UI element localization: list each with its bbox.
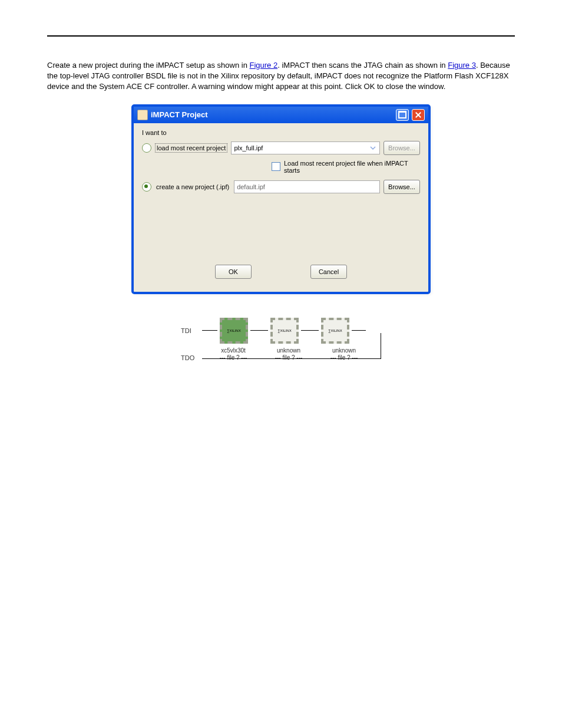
browse-recent-button[interactable]: Browse... — [384, 141, 420, 155]
wire — [202, 358, 381, 359]
chip-0-label: xc5vlx30t --- file ? --- — [206, 347, 261, 361]
checkbox-load-on-start[interactable] — [272, 162, 280, 171]
label-load-on-start: Load most recent project file when iMPAC… — [284, 160, 420, 174]
row-load-recent: load most recent project plx_full.ipf Br… — [142, 141, 420, 155]
wire — [301, 330, 319, 331]
row-load-on-start: Load most recent project file when iMPAC… — [272, 160, 420, 174]
maximize-button[interactable] — [396, 109, 409, 121]
wire — [202, 330, 217, 331]
row-create-new: create a new project (.ipf) default.ipf … — [142, 180, 420, 194]
radio-load-recent[interactable] — [142, 143, 151, 153]
intro-paragraph: Create a new project during the iMPACT s… — [47, 60, 515, 93]
wire — [352, 330, 366, 331]
close-button[interactable] — [412, 109, 425, 121]
wire — [381, 333, 381, 359]
chevron-down-icon — [369, 144, 377, 152]
recent-project-combo[interactable]: plx_full.ipf — [231, 141, 380, 154]
wire — [250, 330, 268, 331]
link-figure3[interactable]: Figure 3 — [448, 61, 476, 70]
label-create-new: create a new project (.ipf) — [155, 183, 230, 191]
cancel-button[interactable]: Cancel — [310, 265, 347, 279]
ok-button[interactable]: OK — [215, 265, 252, 279]
chip-0: ∑XILINX — [220, 318, 248, 344]
chip-1: ∑XILINX — [270, 318, 299, 344]
browse-new-button[interactable]: Browse... — [384, 180, 420, 194]
window-titlebar[interactable]: iMPACT Project — [134, 107, 428, 123]
radio-create-new[interactable] — [142, 182, 151, 192]
impact-project-window: iMPACT Project I want to load most recen… — [131, 104, 431, 294]
tdo-label: TDO — [181, 354, 202, 361]
jtag-chain-figure: TDI ∑XILINX ∑XILINX ∑XILINX xc5vlx30t --… — [176, 312, 386, 366]
chip-1-label: unknown --- file ? --- — [261, 347, 316, 361]
new-project-path-input[interactable]: default.ipf — [234, 180, 380, 193]
label-load-recent: load most recent project — [155, 143, 227, 153]
chip-2-label: unknown --- file ? --- — [316, 347, 372, 361]
header-rule — [47, 35, 515, 37]
link-figure2[interactable]: Figure 2 — [249, 61, 277, 70]
window-title: iMPACT Project — [151, 110, 393, 119]
prompt-text: I want to — [142, 129, 420, 136]
chip-2: ∑XILINX — [321, 318, 349, 344]
app-icon — [137, 110, 148, 120]
tdi-label: TDI — [181, 327, 202, 334]
